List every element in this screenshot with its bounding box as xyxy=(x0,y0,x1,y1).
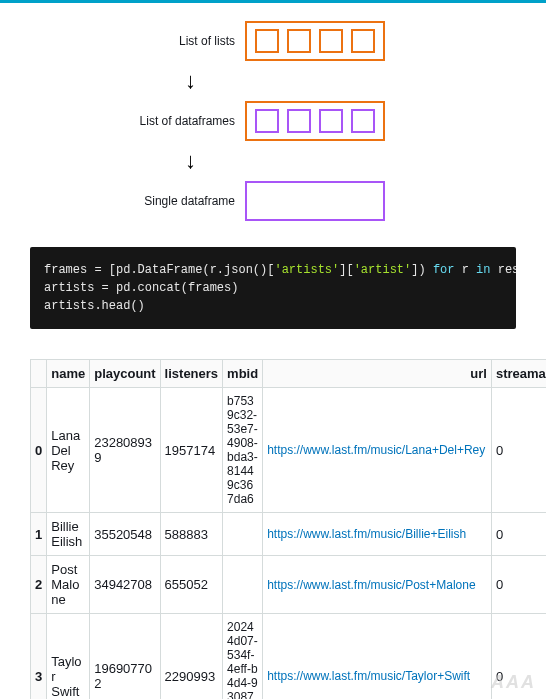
cell-url: https://www.last.fm/music/Billie+Eilish xyxy=(263,513,492,556)
arrow-down-icon: ↓ xyxy=(185,68,196,94)
cell-url: https://www.last.fm/music/Taylor+Swift xyxy=(263,614,492,700)
cell-name: Post Malone xyxy=(47,556,90,614)
list-of-dataframes-box xyxy=(245,101,385,141)
th-name: name xyxy=(47,360,90,388)
arrow-down-icon: ↓ xyxy=(185,148,196,174)
arrow-row-1: ↓ xyxy=(0,69,546,93)
cell-listeners: 655052 xyxy=(160,556,222,614)
cell-mbid: 20244d07-534f-4eff-b4d4-930878889970 xyxy=(223,614,263,700)
th-streamable: streamable xyxy=(491,360,546,388)
watermark: AAA xyxy=(491,672,536,693)
cell-index: 1 xyxy=(31,513,47,556)
cell-playcount: 35520548 xyxy=(90,513,160,556)
th-playcount: playcount xyxy=(90,360,160,388)
table-row: 2Post Malone34942708655052https://www.la… xyxy=(31,556,547,614)
th-url: url xyxy=(263,360,492,388)
cell-index: 0 xyxy=(31,388,47,513)
dataframe-item-box xyxy=(255,109,279,133)
table-row: 1Billie Eilish35520548588883https://www.… xyxy=(31,513,547,556)
table-row: 3Taylor Swift196907702229099320244d07-53… xyxy=(31,614,547,700)
cell-index: 2 xyxy=(31,556,47,614)
cell-url: https://www.last.fm/music/Post+Malone xyxy=(263,556,492,614)
diagram-row-list-of-lists: List of lists xyxy=(0,21,546,61)
cell-name: Billie Eilish xyxy=(47,513,90,556)
cell-url: https://www.last.fm/music/Lana+Del+Rey xyxy=(263,388,492,513)
cell-mbid xyxy=(223,513,263,556)
cell-playcount: 196907702 xyxy=(90,614,160,700)
list-item-box xyxy=(319,29,343,53)
cell-name: Lana Del Rey xyxy=(47,388,90,513)
cell-streamable: 0 xyxy=(491,556,546,614)
cell-name: Taylor Swift xyxy=(47,614,90,700)
cell-listeners: 588883 xyxy=(160,513,222,556)
cell-listeners: 2290993 xyxy=(160,614,222,700)
artists-table: name playcount listeners mbid url stream… xyxy=(30,359,546,699)
list-of-lists-box xyxy=(245,21,385,61)
transformation-diagram: List of lists ↓ List of dataframes ↓ Sin… xyxy=(0,3,546,247)
dataframe-item-box xyxy=(319,109,343,133)
cell-playcount: 34942708 xyxy=(90,556,160,614)
list-item-box xyxy=(255,29,279,53)
code-text: frames = [pd.DataFrame(r.json()['artists… xyxy=(44,263,516,313)
list-item-box xyxy=(351,29,375,53)
dataframe-item-box xyxy=(351,109,375,133)
th-listeners: listeners xyxy=(160,360,222,388)
cell-mbid xyxy=(223,556,263,614)
cell-mbid: b7539c32-53e7-4908-bda3-81449c367da6 xyxy=(223,388,263,513)
cell-listeners: 1957174 xyxy=(160,388,222,513)
cell-index: 3 xyxy=(31,614,47,700)
table-header-row: name playcount listeners mbid url stream… xyxy=(31,360,547,388)
list-item-box xyxy=(287,29,311,53)
th-mbid: mbid xyxy=(223,360,263,388)
diagram-label-single-dataframe: Single dataframe xyxy=(0,194,235,208)
table-row: 0Lana Del Rey2328089391957174b7539c32-53… xyxy=(31,388,547,513)
arrow-row-2: ↓ xyxy=(0,149,546,173)
code-block: frames = [pd.DataFrame(r.json()['artists… xyxy=(30,247,516,329)
single-dataframe-box xyxy=(245,181,385,221)
dataframe-item-box xyxy=(287,109,311,133)
th-index xyxy=(31,360,47,388)
diagram-row-single-dataframe: Single dataframe xyxy=(0,181,546,221)
diagram-row-list-of-dataframes: List of dataframes xyxy=(0,101,546,141)
cell-streamable: 0 xyxy=(491,388,546,513)
cell-playcount: 232808939 xyxy=(90,388,160,513)
artists-table-wrap: name playcount listeners mbid url stream… xyxy=(0,359,546,699)
cell-streamable: 0 xyxy=(491,513,546,556)
diagram-label-list-of-dataframes: List of dataframes xyxy=(0,114,235,128)
diagram-label-list-of-lists: List of lists xyxy=(0,34,235,48)
